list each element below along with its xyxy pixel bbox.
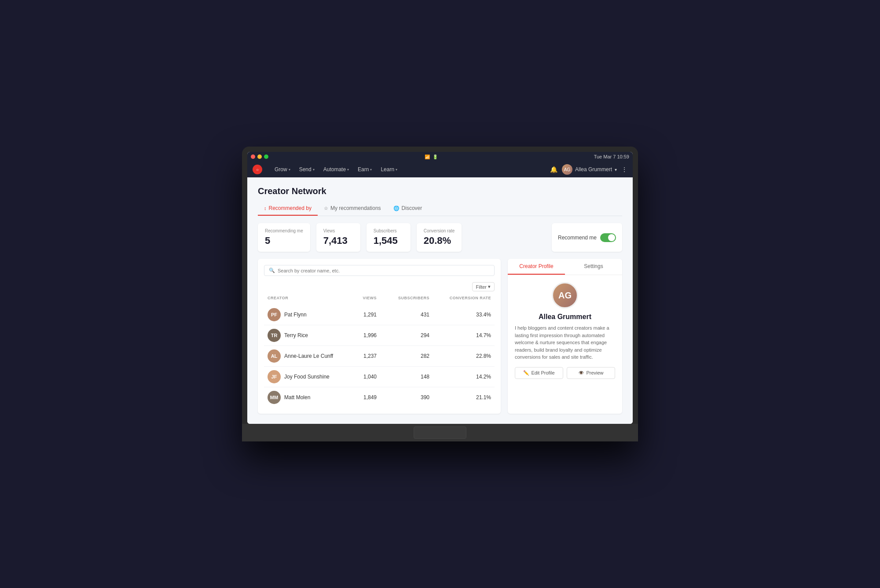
nav-send-chevron: ▾	[313, 168, 315, 172]
creator-conversion-rate: 14.7%	[429, 332, 491, 338]
nav-learn-label: Learn	[381, 166, 394, 173]
creator-conversion-rate: 22.8%	[429, 353, 491, 359]
search-icon: 🔍	[269, 268, 275, 273]
table-row: JF Joy Food Sunshine 1,040 148 14.2%	[264, 367, 495, 387]
tab-recommended-by[interactable]: ↕ Recommended by	[258, 202, 318, 216]
creator-views: 1,040	[356, 374, 377, 380]
nav-item-earn[interactable]: Earn ▾	[354, 165, 375, 174]
nav-earn-chevron: ▾	[370, 168, 372, 172]
trackpad[interactable]	[414, 426, 466, 439]
col-conversion-rate: CONVERSION RATE	[429, 296, 491, 300]
my-recommendations-icon: ☆	[324, 206, 328, 211]
filter-label: Filter	[476, 284, 487, 290]
creators-list: PF Pat Flynn 1,291 431 33.4% TR Terry Ri…	[264, 305, 495, 408]
kebab-menu[interactable]: ⋮	[621, 166, 627, 173]
user-menu-chevron: ▾	[615, 167, 617, 172]
filter-button[interactable]: Filter ▾	[472, 282, 495, 291]
creator-subscribers: 431	[377, 312, 429, 318]
creator-avatar: MM	[268, 391, 281, 404]
close-button[interactable]	[251, 154, 255, 159]
nav-send-label: Send	[299, 166, 312, 173]
views-label: Views	[323, 228, 353, 233]
preview-label: Preview	[586, 370, 603, 375]
recommend-me-toggle[interactable]: Recommend me	[552, 223, 622, 252]
recommending-me-value: 5	[265, 235, 303, 246]
col-creator: CREATOR	[268, 296, 356, 300]
creator-avatar: JF	[268, 370, 281, 383]
edit-profile-label: Edit Profile	[531, 370, 554, 375]
preview-icon: 👁️	[578, 370, 584, 376]
nav-grow-chevron: ▾	[289, 168, 290, 172]
table-row: TR Terry Rice 1,996 294 14.7%	[264, 325, 495, 346]
tab-discover[interactable]: 🌐 Discover	[387, 202, 429, 216]
creator-conversion-rate: 14.2%	[429, 374, 491, 380]
stat-conversion-rate: Conversion rate 20.8%	[417, 223, 462, 252]
stat-recommending-me: Recommending me 5	[258, 223, 310, 252]
creator-name: Pat Flynn	[284, 312, 307, 318]
edit-icon: ✏️	[523, 370, 529, 376]
toggle-switch[interactable]	[600, 233, 616, 242]
creator-info: JF Joy Food Sunshine	[268, 370, 356, 383]
profile-avatar-initials: AG	[558, 290, 572, 301]
datetime-display: Tue Mar 7 10:59	[594, 154, 629, 159]
search-bar[interactable]: 🔍	[264, 265, 495, 276]
minimize-button[interactable]	[257, 154, 262, 159]
creator-profile-tab-label: Creator Profile	[519, 263, 553, 269]
recommended-by-icon: ↕	[264, 206, 267, 211]
col-subscribers: SUBSCRIBERS	[377, 296, 429, 300]
nav-item-grow[interactable]: Grow ▾	[271, 165, 294, 174]
tab-my-recommendations[interactable]: ☆ My recommendations	[318, 202, 387, 216]
creator-subscribers: 390	[377, 394, 429, 401]
filter-row: Filter ▾	[264, 282, 495, 291]
creator-subscribers: 282	[377, 353, 429, 359]
nav-right: 🔔 AG Allea Grummert ▾ ⋮	[550, 164, 627, 175]
nav-item-send[interactable]: Send ▾	[296, 165, 318, 174]
trackpad-area	[242, 424, 638, 441]
creator-info: TR Terry Rice	[268, 329, 356, 342]
recommend-toggle-label: Recommend me	[558, 235, 597, 241]
creators-panel: 🔍 Filter ▾ CREATOR VIEWS SUBSCRIBERS C	[258, 259, 501, 414]
nav-item-automate[interactable]: Automate ▾	[320, 165, 352, 174]
creator-subscribers: 148	[377, 374, 429, 380]
nav-grow-label: Grow	[275, 166, 287, 173]
creator-views: 1,237	[356, 353, 377, 359]
notification-bell[interactable]: 🔔	[550, 166, 557, 173]
recommending-me-label: Recommending me	[265, 228, 303, 233]
stat-views: Views 7,413	[316, 223, 360, 252]
profile-avatar-large: AG	[552, 282, 578, 309]
discover-icon: 🌐	[393, 206, 400, 211]
nav-menu-items: Grow ▾ Send ▾ Automate ▾ Earn ▾ Learn	[271, 165, 401, 174]
profile-name: Allea Grummert	[515, 313, 615, 321]
search-input[interactable]	[278, 268, 490, 273]
nav-earn-label: Earn	[358, 166, 369, 173]
creator-name: Anne-Laure Le Cunff	[284, 353, 333, 359]
filter-chevron: ▾	[488, 284, 491, 290]
profile-tabs: Creator Profile Settings	[508, 259, 622, 275]
creator-views: 1,996	[356, 332, 377, 338]
page-title: Creator Network	[258, 186, 622, 196]
tab-settings[interactable]: Settings	[565, 259, 622, 275]
fullscreen-button[interactable]	[264, 154, 268, 159]
profile-actions: ✏️ Edit Profile 👁️ Preview	[515, 367, 615, 379]
tab-recommended-by-label: Recommended by	[269, 205, 312, 211]
tab-my-recommendations-label: My recommendations	[330, 205, 381, 211]
nav-item-learn[interactable]: Learn ▾	[377, 165, 401, 174]
creator-name: Joy Food Sunshine	[284, 374, 330, 380]
app-nav: ○ Grow ▾ Send ▾ Automate ▾ Earn ▾	[247, 162, 633, 177]
creator-name: Matt Molen	[284, 394, 310, 401]
app-logo[interactable]: ○	[253, 165, 262, 174]
battery-icon: 🔋	[433, 154, 438, 159]
creator-profile-panel: Creator Profile Settings AG Allea Grumme…	[508, 259, 622, 414]
preview-button[interactable]: 👁️ Preview	[567, 367, 615, 379]
edit-profile-button[interactable]: ✏️ Edit Profile	[515, 367, 563, 379]
table-row: AL Anne-Laure Le Cunff 1,237 282 22.8%	[264, 346, 495, 367]
creator-subscribers: 294	[377, 332, 429, 338]
wifi-icon: 📶	[425, 154, 430, 159]
stat-subscribers: Subscribers 1,545	[367, 223, 411, 252]
user-menu[interactable]: AG Allea Grummert ▾	[562, 164, 617, 175]
profile-bio: I help bloggers and content creators mak…	[515, 324, 615, 361]
subscribers-label: Subscribers	[374, 228, 403, 233]
tab-creator-profile[interactable]: Creator Profile	[508, 259, 565, 275]
creator-conversion-rate: 33.4%	[429, 312, 491, 318]
nav-automate-label: Automate	[323, 166, 346, 173]
